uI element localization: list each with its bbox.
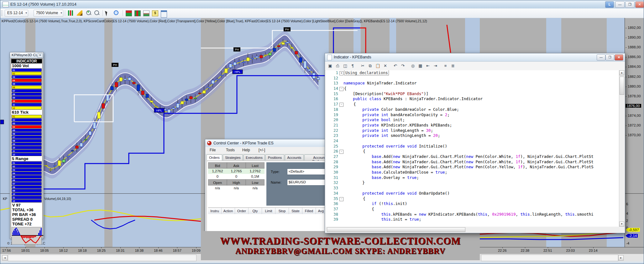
editor-horizontal-scrollbar[interactable] — [326, 227, 619, 232]
comment-icon[interactable]: ≡ — [443, 63, 448, 68]
redo-icon[interactable]: ↷ — [400, 63, 406, 68]
indicator-row: 03 — [12, 122, 42, 125]
order-column-qty[interactable]: Qty — [249, 208, 262, 214]
editor-toolbar: ▣⎙◫¶✂⧉📋✕↶↷◎▦⇤⇥≡≣ — [325, 62, 625, 71]
fold-toggle-icon[interactable]: - — [339, 103, 343, 107]
save-icon[interactable]: ▣ — [327, 63, 333, 68]
price-axis[interactable]: - 1892,00- 1890,00- 1888,00- 1886,00- 18… — [625, 18, 644, 247]
order-column-action[interactable]: Action — [222, 208, 235, 214]
indent-icon[interactable]: ⇥ — [433, 63, 438, 68]
zoom-in-icon[interactable] — [86, 10, 91, 15]
bars-window-icon[interactable] — [134, 10, 141, 16]
instrument-select[interactable]: ES 12-14 — [5, 10, 28, 17]
code-area[interactable]: 1+Using declarations1213namespace NinjaT… — [326, 70, 619, 227]
find-icon[interactable]: ◎ — [410, 63, 416, 68]
code-line: 1+Using declarations — [326, 70, 619, 76]
cut-icon[interactable]: ✂ — [360, 63, 365, 68]
market-grid-cell: Bid — [208, 162, 227, 169]
delete-icon[interactable]: ✕ — [383, 63, 388, 68]
code-line: 34 protected override void OnBarUpdate() — [326, 191, 619, 196]
window-titlebar[interactable]: ES 12-14 (7500 Volume) 17.10.2014 L — ❐ … — [0, 0, 644, 9]
copy-icon[interactable]: ⧉ — [368, 63, 373, 68]
editor-minimize-button[interactable]: — — [597, 54, 605, 61]
code-line: 24 — [326, 138, 619, 144]
find-symbol-icon[interactable]: ¶ — [350, 63, 355, 68]
collapsed-region[interactable]: Using declarations — [344, 70, 389, 75]
control-center-titlebar[interactable]: Control Center - KPTone Trade ES — [205, 139, 328, 147]
tab-orders[interactable]: Orders — [207, 154, 222, 160]
editor-titlebar[interactable]: Indicator - KPEBands — [325, 53, 625, 62]
toolbar-grip[interactable] — [2, 10, 3, 16]
line-number: 21 — [326, 123, 339, 127]
scroll-up-arrow-icon[interactable]: ▴ — [619, 70, 624, 75]
order-column-state[interactable]: State — [289, 208, 302, 214]
code-line: 36 if (!this.init) — [326, 201, 619, 207]
horizontal-scrollbar-right[interactable] — [481, 255, 618, 261]
indicator-row: 09 — [12, 143, 42, 146]
editor-close-button[interactable]: ✕ — [615, 54, 623, 61]
tab-executions[interactable]: Executions — [243, 154, 265, 160]
fold-toggle-icon[interactable]: - — [339, 150, 343, 154]
panel-stat: TONE +72 — [11, 222, 42, 226]
code-line: 35- { — [326, 196, 619, 202]
order-column-stop[interactable]: Stop — [275, 208, 289, 214]
order-column-order[interactable]: Order — [235, 208, 249, 214]
time-axis-label: 22:38 — [521, 249, 530, 252]
code-line: 20 private bool init; — [326, 117, 619, 123]
scroll-left-arrow-icon[interactable]: ◂ — [2, 255, 8, 261]
scroll-right-arrow-icon[interactable]: ▸ — [618, 255, 624, 261]
instrument-link-button[interactable]: L — [605, 1, 614, 8]
market-grid-cell: 0,1M — [246, 174, 264, 179]
code-line: 13namespace NinjaTrader.Indicator — [326, 81, 619, 86]
order-column-filled[interactable]: Filled — [302, 208, 316, 214]
area-chart-icon[interactable] — [143, 10, 149, 16]
kpwayne3d-close-icon[interactable]: ✕ — [38, 53, 43, 58]
fold-toggle-icon[interactable]: + — [339, 71, 343, 75]
magnifier-icon[interactable] — [114, 10, 118, 15]
cursor-icon[interactable] — [105, 10, 110, 16]
tab-accounts[interactable]: Accounts — [285, 154, 304, 160]
account-type-select[interactable]: <Default> — [287, 169, 330, 175]
hscroll-thumb[interactable] — [327, 227, 465, 232]
menu-[interactable]: [+/-] — [259, 148, 265, 152]
print-icon[interactable]: ⎙ — [335, 63, 340, 68]
tab-strategies[interactable]: Strategies — [223, 154, 243, 160]
line-number: 32 — [326, 180, 339, 185]
replace-icon[interactable]: ▦ — [418, 63, 423, 68]
time-axis-label: 18:05 — [40, 249, 49, 252]
indicator-row: 05 — [12, 175, 42, 178]
close-button[interactable]: ✕ — [635, 1, 644, 8]
paste-icon[interactable]: 📋 — [375, 63, 380, 68]
dollar-icon[interactable]: $ — [152, 10, 158, 16]
menu-file[interactable]: File — [210, 148, 216, 152]
undo-icon[interactable]: ↶ — [393, 63, 398, 68]
market-rows-icon[interactable] — [126, 10, 132, 16]
order-column-limit[interactable]: Limit — [262, 208, 275, 214]
print-preview-icon[interactable]: ◫ — [343, 63, 348, 68]
price-axis-label: - 1870,00 — [626, 133, 641, 137]
editor-vertical-scrollbar[interactable]: ▴ ▾ — [619, 70, 624, 227]
menu-help[interactable]: Help — [242, 148, 250, 152]
horizontal-scrollbar[interactable] — [8, 255, 196, 261]
vscroll-thumb[interactable] — [620, 77, 624, 95]
order-column-instru[interactable]: Instru — [208, 208, 222, 214]
interval-select[interactable]: 7500 Volume — [34, 10, 63, 17]
grid-panel-icon[interactable] — [161, 10, 167, 18]
maximize-button[interactable]: ❐ — [625, 1, 635, 8]
menu-tools[interactable]: Tools — [226, 148, 235, 152]
zoom-out-icon[interactable] — [94, 10, 99, 15]
uncomment-icon[interactable]: ≣ — [450, 63, 456, 68]
time-axis-label: 18:25 — [97, 249, 106, 252]
scroll-down-arrow-icon[interactable]: ▾ — [619, 222, 624, 227]
fold-toggle-icon[interactable]: - — [339, 197, 343, 201]
fold-toggle-icon[interactable]: - — [339, 87, 343, 91]
atm-name-input[interactable]: $EURUSD — [287, 179, 330, 186]
market-grid-cell: Last — [246, 162, 264, 169]
tab-positions[interactable]: Positions — [265, 154, 284, 160]
minimize-button[interactable]: — — [615, 1, 625, 8]
editor-maximize-button[interactable]: ❐ — [605, 54, 614, 61]
pencil-draw-icon[interactable] — [77, 10, 82, 16]
candlestick-style-icon[interactable] — [67, 10, 73, 16]
time-axis-label: 18:31 — [116, 249, 125, 252]
outdent-icon[interactable]: ⇤ — [425, 63, 431, 68]
